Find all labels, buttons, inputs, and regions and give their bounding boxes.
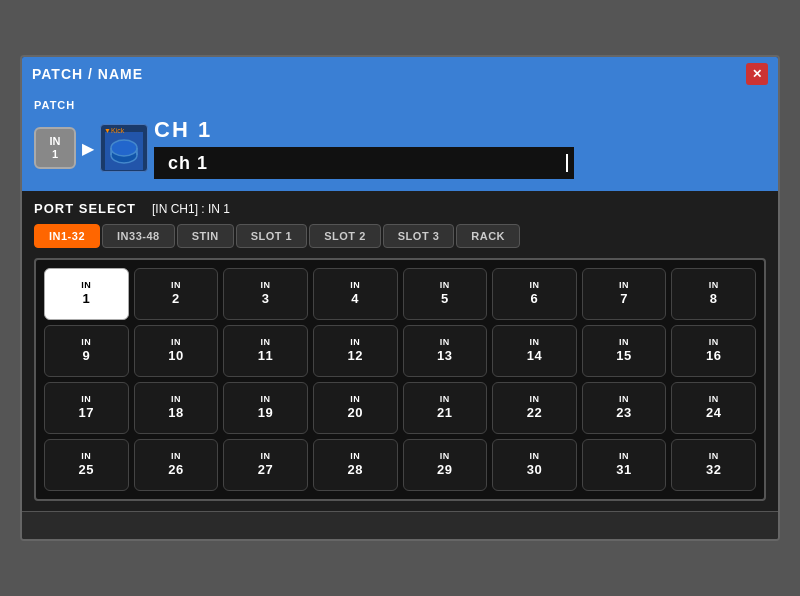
grid-btn-in32[interactable]: IN32	[671, 439, 756, 491]
grid-btn-in26[interactable]: IN26	[134, 439, 219, 491]
channel-icon: ▼Kick	[100, 124, 148, 172]
grid-btn-in1[interactable]: IN1	[44, 268, 129, 320]
channel-name-input[interactable]	[160, 148, 564, 178]
patch-section: IN 1 ▶ ▼Kick CH 1	[34, 117, 574, 179]
grid-btn-in23[interactable]: IN23	[582, 382, 667, 434]
grid-btn-in15[interactable]: IN15	[582, 325, 667, 377]
tab-rack[interactable]: RACK	[456, 224, 520, 248]
tab-in33-48[interactable]: IN33-48	[102, 224, 175, 248]
grid-btn-in8[interactable]: IN8	[671, 268, 756, 320]
grid-btn-in13[interactable]: IN13	[403, 325, 488, 377]
arrow-right-icon: ▶	[82, 139, 94, 158]
patch-name-dialog: PATCH / NAME ✕ PATCH IN 1 ▶ ▼Kick	[20, 55, 780, 541]
grid-btn-in10[interactable]: IN10	[134, 325, 219, 377]
tab-slot1[interactable]: SLOT 1	[236, 224, 308, 248]
input-grid: IN1IN2IN3IN4IN5IN6IN7IN8IN9IN10IN11IN12I…	[44, 268, 756, 491]
grid-btn-in6[interactable]: IN6	[492, 268, 577, 320]
drum-svg	[108, 135, 140, 167]
grid-btn-in12[interactable]: IN12	[313, 325, 398, 377]
channel-name-container[interactable]	[154, 147, 574, 179]
close-button[interactable]: ✕	[746, 63, 768, 85]
grid-btn-in21[interactable]: IN21	[403, 382, 488, 434]
grid-btn-in4[interactable]: IN4	[313, 268, 398, 320]
grid-btn-in19[interactable]: IN19	[223, 382, 308, 434]
main-body: PORT SELECT [IN CH1] : IN 1 IN1-32IN33-4…	[22, 191, 778, 511]
grid-btn-in22[interactable]: IN22	[492, 382, 577, 434]
grid-btn-in2[interactable]: IN2	[134, 268, 219, 320]
svg-point-1	[111, 140, 137, 156]
grid-btn-in3[interactable]: IN3	[223, 268, 308, 320]
grid-btn-in24[interactable]: IN24	[671, 382, 756, 434]
grid-btn-in5[interactable]: IN5	[403, 268, 488, 320]
channel-icon-label: ▼Kick	[104, 127, 124, 134]
top-section: PATCH IN 1 ▶ ▼Kick	[22, 91, 778, 191]
dialog-title: PATCH / NAME	[32, 66, 143, 82]
bottom-bar	[22, 511, 778, 539]
grid-btn-in30[interactable]: IN30	[492, 439, 577, 491]
grid-btn-in14[interactable]: IN14	[492, 325, 577, 377]
tab-slot3[interactable]: SLOT 3	[383, 224, 455, 248]
text-cursor	[566, 154, 568, 172]
grid-container: IN1IN2IN3IN4IN5IN6IN7IN8IN9IN10IN11IN12I…	[34, 258, 766, 501]
title-bar: PATCH / NAME ✕	[22, 57, 778, 91]
grid-btn-in31[interactable]: IN31	[582, 439, 667, 491]
tab-slot2[interactable]: SLOT 2	[309, 224, 381, 248]
grid-btn-in18[interactable]: IN18	[134, 382, 219, 434]
grid-btn-in25[interactable]: IN25	[44, 439, 129, 491]
patch-btn-line2: 1	[52, 148, 58, 161]
tab-bar: IN1-32IN33-48STINSLOT 1SLOT 2SLOT 3RACK	[34, 224, 766, 248]
channel-info: CH 1	[154, 117, 574, 179]
grid-btn-in29[interactable]: IN29	[403, 439, 488, 491]
grid-btn-in11[interactable]: IN11	[223, 325, 308, 377]
grid-btn-in16[interactable]: IN16	[671, 325, 756, 377]
port-select-status: [IN CH1] : IN 1	[152, 202, 230, 216]
grid-btn-in28[interactable]: IN28	[313, 439, 398, 491]
patch-button[interactable]: IN 1	[34, 127, 76, 169]
channel-title: CH 1	[154, 117, 574, 143]
grid-btn-in17[interactable]: IN17	[44, 382, 129, 434]
channel-icon-image	[105, 132, 143, 170]
patch-btn-line1: IN	[50, 135, 61, 148]
tab-stin[interactable]: STIN	[177, 224, 234, 248]
port-select-label: PORT SELECT	[34, 201, 136, 216]
patch-label: PATCH	[34, 99, 75, 111]
port-select-header: PORT SELECT [IN CH1] : IN 1	[34, 201, 766, 216]
grid-btn-in7[interactable]: IN7	[582, 268, 667, 320]
tab-in1-32[interactable]: IN1-32	[34, 224, 100, 248]
grid-btn-in9[interactable]: IN9	[44, 325, 129, 377]
grid-btn-in27[interactable]: IN27	[223, 439, 308, 491]
grid-btn-in20[interactable]: IN20	[313, 382, 398, 434]
